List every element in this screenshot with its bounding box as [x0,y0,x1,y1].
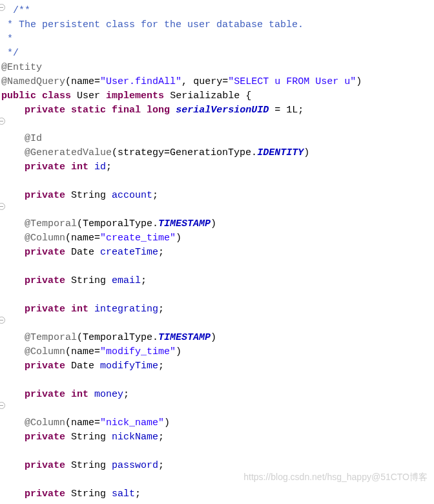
semi: ; [158,460,164,471]
kw-long: long [147,105,170,116]
assign: = [222,76,228,87]
paren-open: ( [65,233,71,244]
col-name-key: name [71,346,94,357]
field-id: id [94,162,106,173]
kw-private: private [25,460,65,471]
svuid-val: 1L [286,105,298,116]
kw-private: private [25,247,65,258]
kw-final: final [112,105,141,116]
fold-marker[interactable] [0,203,5,210]
assign: = [94,76,100,87]
gutter-fold-column [0,0,4,501]
temporal-type: TemporalType. [83,218,158,229]
kw-private: private [25,304,65,315]
kw-int: int [71,304,88,315]
field-integrating: integrating [94,304,158,315]
field-modifyTime: modifyTime [100,361,158,372]
field-password: password [112,460,158,471]
annotation-temporal: @Temporal [25,218,77,229]
nq-name-val: "User.findAll" [100,76,181,87]
semi: ; [158,432,164,443]
type-string: String [71,190,106,201]
gv-gentype: GenerationType. [170,147,257,158]
kw-static: static [71,105,106,116]
nq-query-val: "SELECT u FROM User u" [228,76,356,87]
paren-close: ) [164,417,170,428]
paren-close: ) [176,233,181,244]
type-string: String [71,460,106,471]
kw-private: private [25,275,65,286]
paren-open: ( [77,332,83,343]
annotation-column: @Column [25,346,65,357]
col-modify-time: "modify_time" [100,346,176,357]
javadoc-line: * The persistent class for the user data… [1,19,304,30]
semi: ; [158,247,164,258]
paren-open: ( [65,76,71,87]
paren-open: ( [77,218,83,229]
col-create-time: "create_time" [100,233,176,244]
annotation-column: @Column [25,233,65,244]
kw-implements: implements [106,90,164,101]
annotation-id: @Id [25,133,42,144]
field-account: account [112,190,152,201]
kw-private: private [25,190,65,201]
nq-query-key: query [193,76,222,87]
field-nickName: nickName [112,432,158,443]
temporal-ts: TIMESTAMP [158,332,211,343]
annotation-generatedvalue: @GeneratedValue [25,147,112,158]
eq: = [269,105,286,116]
paren-close: ) [304,147,309,158]
semi: ; [298,105,304,116]
col-name-key: name [71,233,94,244]
gv-key: strategy [118,147,164,158]
brace-open: { [240,90,251,101]
field-createTime: createTime [100,247,158,258]
paren-close: ) [211,332,216,343]
paren-close: ) [211,218,216,229]
semi: ; [135,488,141,499]
semi: ; [152,190,158,201]
kw-private: private [25,432,65,443]
semi: ; [106,162,112,173]
col-name-key: name [71,417,94,428]
semi: ; [141,275,147,286]
field-svuid: serialVersionUID [176,105,269,116]
fold-marker[interactable] [0,118,5,125]
fold-marker[interactable] [0,4,5,11]
paren-open: ( [65,346,71,357]
fold-marker[interactable] [0,402,5,409]
kw-int: int [71,162,88,173]
type-string: String [71,275,106,286]
assign: = [94,233,100,244]
field-salt: salt [112,488,135,499]
field-email: email [112,275,141,286]
gv-identity: IDENTITY [257,147,304,158]
assign: = [94,346,100,357]
fold-marker[interactable] [0,317,5,324]
kw-private: private [25,389,65,400]
type-serializable: Serializable [170,90,240,101]
semi: ; [123,389,129,400]
nq-name-key: name [71,76,94,87]
type-string: String [71,488,106,499]
kw-private: private [25,488,65,499]
kw-int: int [71,389,88,400]
semi: ; [158,361,164,372]
assign: = [164,147,170,158]
col-nick-name: "nick_name" [100,417,164,428]
temporal-type: TemporalType. [83,332,158,343]
javadoc-open: /** [13,5,30,16]
assign: = [94,417,100,428]
paren-close: ) [356,76,362,87]
kw-class: class [42,90,71,101]
type-string: String [71,432,106,443]
kw-private: private [25,361,65,372]
type-date: Date [71,247,94,258]
comma: , [181,76,193,87]
paren-close: ) [176,346,181,357]
paren-open: ( [112,147,118,158]
semi: ; [158,304,164,315]
class-name: User [77,90,100,101]
field-money: money [94,389,123,400]
annotation-column: @Column [25,417,65,428]
